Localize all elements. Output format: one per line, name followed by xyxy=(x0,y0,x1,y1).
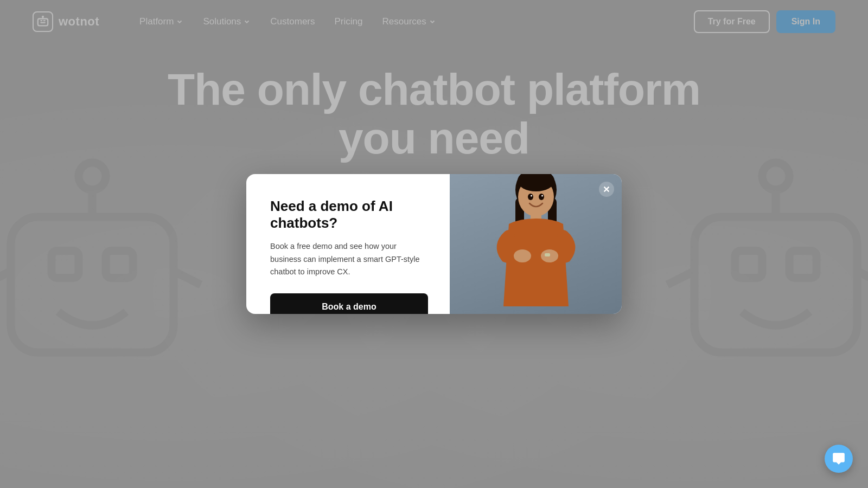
chat-icon xyxy=(832,452,846,466)
modal-overlay: Need a demo of AI chatbots? Book a free … xyxy=(0,0,868,488)
svg-rect-25 xyxy=(545,253,550,256)
svg-point-27 xyxy=(539,194,544,200)
chat-widget-button[interactable] xyxy=(825,445,853,473)
svg-point-29 xyxy=(541,195,543,197)
modal-content: Need a demo of AI chatbots? Book a free … xyxy=(246,174,450,314)
modal-close-button[interactable] xyxy=(599,182,614,197)
book-demo-button[interactable]: Book a demo xyxy=(270,293,428,314)
svg-point-23 xyxy=(514,249,531,262)
modal-title: Need a demo of AI chatbots? xyxy=(270,198,428,232)
modal-image xyxy=(450,174,622,314)
person-image xyxy=(476,174,596,314)
modal-dialog: Need a demo of AI chatbots? Book a free … xyxy=(246,174,622,314)
modal-description: Book a free demo and see how your busine… xyxy=(270,240,428,278)
svg-point-28 xyxy=(531,195,532,197)
close-icon xyxy=(603,185,610,193)
svg-point-26 xyxy=(528,194,533,200)
